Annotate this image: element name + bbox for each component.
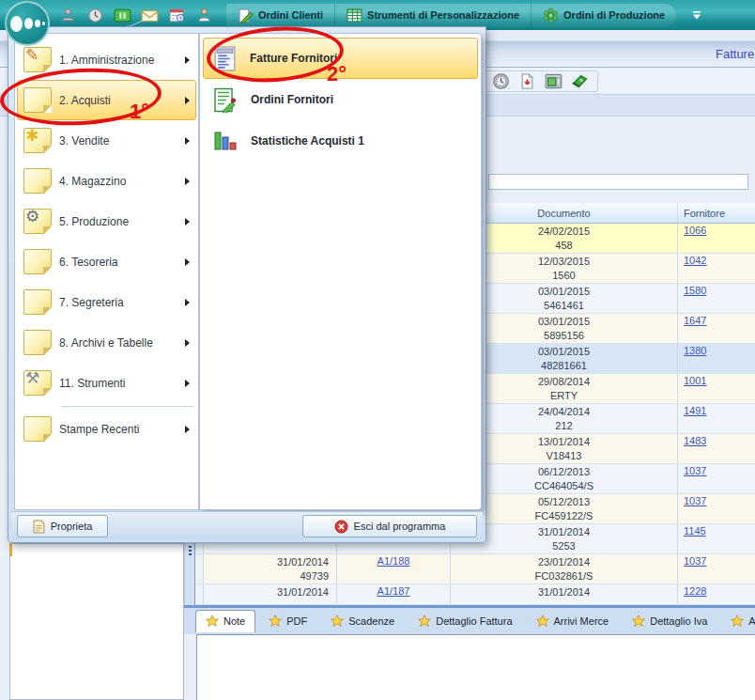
- mail-button[interactable]: [140, 5, 159, 25]
- tab-pdf[interactable]: PDF: [258, 610, 317, 632]
- quick-access-toolbar: [58, 5, 213, 25]
- application-orb-button[interactable]: [5, 1, 50, 46]
- row-selector-cell[interactable]: [195, 584, 204, 604]
- submenu-item-statistiche-acquisti-1[interactable]: Statistiche Acquisti 1: [203, 120, 478, 162]
- row-selector-cell[interactable]: [195, 554, 204, 583]
- submenu-arrow-icon: [185, 137, 190, 145]
- ribbon-button-label: Ordini Clienti: [258, 9, 323, 21]
- document-number: 1560: [455, 269, 673, 283]
- vertical-splitter[interactable]: [184, 543, 194, 605]
- note-tools-icon: ⚒: [23, 370, 52, 396]
- document-number: V18413: [455, 449, 673, 463]
- submenu-arrow-icon: [185, 299, 190, 306]
- supplier-link[interactable]: 1037: [684, 555, 706, 567]
- operator-button[interactable]: [194, 5, 213, 25]
- supplier-link[interactable]: 1066: [684, 225, 706, 236]
- user-icon: [60, 7, 76, 23]
- tab-label: Dettaglio Fattura: [436, 615, 512, 627]
- supplier-link[interactable]: 1483: [684, 435, 706, 446]
- registration-date: 31/01/2014: [208, 585, 329, 599]
- tab-scadenze[interactable]: Scadenze: [320, 610, 405, 632]
- tab-note[interactable]: Note: [195, 610, 255, 632]
- exit-icon: [334, 520, 348, 534]
- ribbon-button-ordini-di-produzione[interactable]: Ordini di Produzione: [531, 4, 676, 27]
- application-menu: ✎1. Amministrazione2. Acquisti✱3. Vendit…: [8, 26, 486, 543]
- document-number: 5895156: [455, 329, 673, 343]
- note-icon: [23, 168, 52, 194]
- menu-item-6-tesoreria[interactable]: 6. Tesoreria: [17, 241, 196, 282]
- clock-big-button[interactable]: [491, 72, 511, 91]
- note-content-panel: [196, 634, 755, 700]
- document-number: FC459122/S: [455, 509, 673, 523]
- column-header-fornitore[interactable]: Fornitore: [678, 203, 755, 223]
- menu-item-4-magazzino[interactable]: 4. Magazzino: [17, 161, 196, 201]
- toggle-icon: [114, 8, 131, 23]
- mail-icon: [141, 8, 159, 23]
- document-icon: [33, 520, 45, 534]
- protocol-link[interactable]: A1/188: [378, 555, 410, 567]
- form-window-button[interactable]: [544, 72, 563, 91]
- supplier-link[interactable]: 1228: [684, 585, 706, 597]
- menu-item-7-segreteria[interactable]: 7. Segreteria: [17, 282, 196, 322]
- clock-button[interactable]: [85, 5, 104, 25]
- properties-button[interactable]: Proprieta: [17, 515, 108, 537]
- calendar-button[interactable]: [167, 5, 186, 25]
- document-cell: 31/01/2014: [451, 584, 678, 604]
- protocol-link[interactable]: A1/187: [378, 585, 410, 597]
- supplier-link[interactable]: 1580: [684, 285, 706, 296]
- supplier-link[interactable]: 1491: [684, 405, 706, 416]
- supplier-cell: 1228: [678, 584, 755, 604]
- menu-item-label: Stampe Recenti: [59, 423, 177, 436]
- left-side-panel: [9, 543, 184, 700]
- filter-input[interactable]: [488, 174, 748, 190]
- document-number: 212: [455, 419, 673, 433]
- chevron-down-icon: [691, 10, 702, 21]
- detail-tabs-band: NotePDFScadenzeDettaglio FatturaArrivi M…: [184, 605, 755, 634]
- table-row[interactable]: 31/01/2014A1/18731/01/20141228: [195, 584, 755, 605]
- customize-toolbar-button[interactable]: [691, 10, 702, 21]
- submenu-item-fatture-fornitori[interactable]: Fatture Fornitori: [203, 38, 478, 79]
- supplier-link[interactable]: 1001: [684, 375, 706, 386]
- menu-item-label: 2. Acquisti: [59, 94, 177, 107]
- toggle-button[interactable]: [113, 5, 131, 25]
- supplier-order-icon: [213, 87, 238, 113]
- supplier-link[interactable]: 1380: [684, 345, 706, 356]
- note-icon: [23, 87, 52, 113]
- menu-item-5-produzione[interactable]: ⚙5. Produzione: [17, 201, 196, 241]
- tab-dettaglio-fattura[interactable]: Dettaglio Fattura: [408, 610, 522, 632]
- invoice-list-icon: [213, 46, 237, 71]
- book-button[interactable]: [570, 72, 590, 91]
- supplier-cell: 1647: [678, 314, 755, 343]
- document-date: 06/12/2013: [455, 465, 673, 479]
- submenu-item-ordini-fornitori[interactable]: Ordini Fornitori: [203, 79, 478, 120]
- document-date: 29/08/2014: [455, 375, 673, 389]
- tab-dettaglio-iva[interactable]: Dettaglio Iva: [622, 610, 717, 632]
- exit-program-button[interactable]: Esci dal programma: [302, 515, 477, 537]
- document-date: 23/01/2014: [455, 555, 673, 569]
- supplier-link[interactable]: 1037: [684, 495, 706, 506]
- clock-big-icon: [492, 72, 510, 90]
- pdf-export-button[interactable]: [517, 72, 537, 91]
- menu-item-2-acquisti[interactable]: 2. Acquisti: [17, 80, 196, 120]
- tab-label: Note: [223, 615, 245, 627]
- supplier-cell: 1037: [678, 554, 755, 583]
- user-button[interactable]: [58, 5, 77, 25]
- table-row[interactable]: 31/01/201449739A1/18823/01/2014FC032861/…: [195, 554, 755, 584]
- menu-item-3-vendite[interactable]: ✱3. Vendite: [17, 120, 196, 161]
- menu-item-stampe-recenti[interactable]: Stampe Recenti: [17, 409, 196, 449]
- supplier-cell: 1037: [678, 494, 755, 523]
- ribbon-button-strumenti-di-personalizzazione[interactable]: Strumenti di Personalizzazione: [334, 4, 531, 27]
- menu-item-8-archivi-e-tabelle[interactable]: 8. Archivi e Tabelle: [17, 322, 196, 363]
- tab-arrivi-merce[interactable]: Arrivi Merce: [526, 610, 620, 632]
- supplier-link[interactable]: 1145: [684, 525, 706, 537]
- tab-anticipi[interactable]: Anticipi: [720, 610, 755, 632]
- menu-item-11-strumenti[interactable]: ⚒11. Strumenti: [17, 363, 196, 403]
- supplier-link[interactable]: 1042: [684, 255, 706, 266]
- ribbon-button-ordini-clienti[interactable]: Ordini Clienti: [226, 4, 334, 27]
- supplier-link[interactable]: 1647: [684, 315, 706, 326]
- supplier-link[interactable]: 1037: [684, 465, 706, 476]
- ribbon-button-label: Ordini di Produzione: [563, 9, 665, 21]
- menu-item-1-amministrazione[interactable]: ✎1. Amministrazione: [17, 39, 196, 80]
- document-number: FC032861/S: [455, 569, 673, 583]
- pdf-export-icon: [519, 72, 535, 90]
